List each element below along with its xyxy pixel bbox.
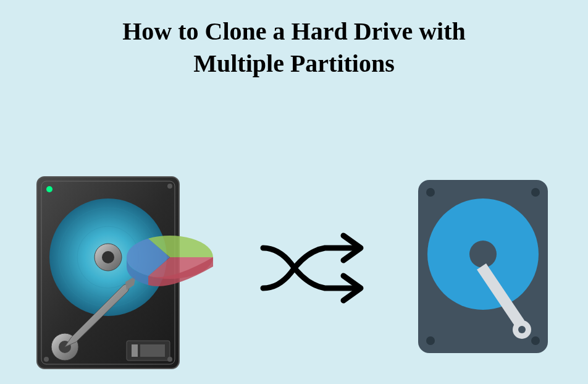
- svg-point-25: [518, 326, 526, 333]
- target-hard-drive-icon: [412, 174, 554, 359]
- illustration-area: [0, 161, 588, 372]
- svg-point-20: [426, 336, 435, 345]
- svg-point-21: [531, 336, 540, 345]
- svg-point-18: [426, 188, 435, 197]
- transfer-arrows-icon: [245, 223, 380, 310]
- svg-point-14: [44, 357, 49, 362]
- svg-point-23: [469, 241, 497, 268]
- page-title: How to Clone a Hard Drive with Multiple …: [0, 0, 588, 80]
- svg-point-19: [531, 188, 540, 197]
- source-hard-drive-illustration: [34, 161, 213, 372]
- title-line-2: Multiple Partitions: [193, 49, 395, 77]
- svg-point-16: [167, 184, 172, 189]
- svg-rect-12: [132, 344, 138, 357]
- svg-point-8: [102, 251, 114, 263]
- svg-point-2: [46, 186, 52, 192]
- svg-rect-13: [140, 344, 165, 357]
- partition-pie-chart-icon: [114, 223, 225, 297]
- svg-point-15: [167, 357, 172, 362]
- title-line-1: How to Clone a Hard Drive with: [122, 17, 466, 45]
